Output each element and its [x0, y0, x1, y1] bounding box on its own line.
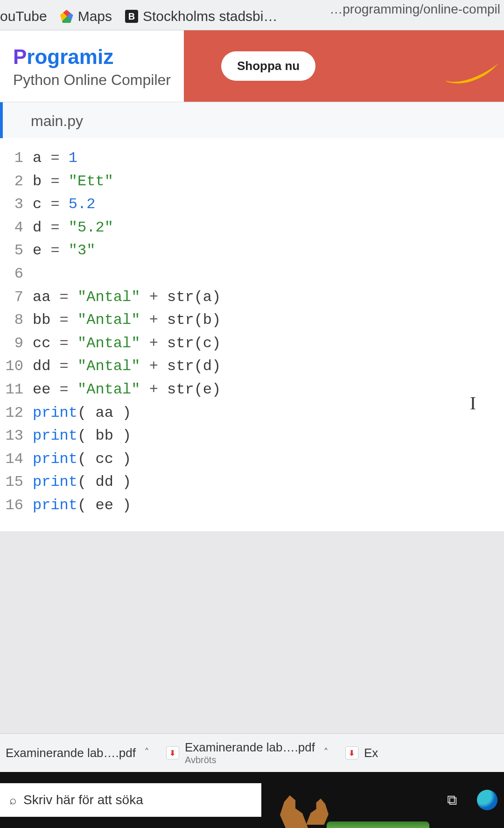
code-content[interactable]: d = "5.2": [33, 216, 113, 239]
download-item-1[interactable]: Examinerande lab….pdf ˄: [6, 746, 152, 760]
code-line[interactable]: 3c = 5.2: [0, 193, 504, 216]
code-editor[interactable]: 1a = 12b = "Ett"3c = 5.24d = "5.2"5e = "…: [0, 138, 504, 531]
grass-icon: [327, 821, 429, 828]
code-line[interactable]: 6: [0, 262, 504, 286]
code-content[interactable]: print( aa ): [33, 401, 131, 425]
code-line[interactable]: 13print( bb ): [0, 424, 504, 448]
taskbar-icons: ⧉: [429, 789, 504, 811]
bookmark-maps[interactable]: Maps: [60, 8, 112, 24]
line-number: 9: [0, 332, 33, 355]
code-content[interactable]: a = 1: [33, 147, 77, 170]
code-content[interactable]: print( cc ): [33, 448, 131, 471]
edge-browser-icon[interactable]: [476, 789, 498, 811]
code-content[interactable]: print( ee ): [33, 494, 131, 517]
code-content[interactable]: b = "Ett": [33, 170, 113, 193]
page-header: Programiz Python Online Compiler Shoppa …: [0, 30, 504, 102]
pdf-icon: ⬇: [345, 746, 358, 759]
line-number: 10: [0, 355, 33, 378]
code-line[interactable]: 10dd = "Antal" + str(d): [0, 355, 504, 378]
brand-p: P: [13, 45, 27, 68]
nike-swoosh-icon: [443, 60, 499, 88]
kangaroo-icon: [306, 799, 329, 825]
chevron-up-icon[interactable]: ˄: [141, 747, 152, 759]
search-icon: ⌕: [9, 793, 17, 807]
code-line[interactable]: 7aa = "Antal" + str(a): [0, 286, 504, 309]
download-item-2[interactable]: ⬇ Examinerande lab….pdf Avbröts ˄: [166, 740, 331, 765]
code-line[interactable]: 2b = "Ett": [0, 170, 504, 193]
file-tab-label: main.py: [31, 112, 83, 129]
file-tab[interactable]: main.py: [0, 102, 504, 138]
code-line[interactable]: 8bb = "Antal" + str(b): [0, 309, 504, 332]
chevron-up-icon[interactable]: ˄: [321, 747, 331, 759]
line-number: 4: [0, 216, 33, 239]
download-item-3[interactable]: ⬇ Ex: [345, 746, 378, 760]
maps-icon: [60, 10, 73, 23]
library-icon: B: [125, 10, 138, 23]
bookmark-maps-label: Maps: [78, 8, 112, 24]
line-number: 14: [0, 448, 33, 471]
download-2-status: Avbröts: [185, 755, 315, 765]
line-number: 3: [0, 193, 33, 216]
ad-banner[interactable]: Shoppa nu: [184, 30, 504, 102]
brand-block: Programiz Python Online Compiler: [0, 30, 184, 102]
bookmark-stockholm-label: Stockholms stadsbi…: [143, 8, 277, 24]
line-number: 1: [0, 147, 33, 170]
code-line[interactable]: 1a = 1: [0, 147, 504, 170]
line-number: 15: [0, 470, 33, 494]
line-number: 6: [0, 262, 33, 286]
code-line[interactable]: 16print( ee ): [0, 494, 504, 517]
brand-logo[interactable]: Programiz: [13, 45, 171, 69]
line-number: 5: [0, 239, 33, 262]
code-content[interactable]: print( bb ): [33, 424, 131, 448]
code-content[interactable]: cc = "Antal" + str(c): [33, 332, 221, 355]
line-number: 8: [0, 309, 33, 332]
line-number: 7: [0, 286, 33, 309]
taskbar-decoration: [261, 772, 429, 828]
bookmark-youtube-label: ouTube: [0, 8, 47, 24]
kangaroo-icon: [280, 795, 308, 828]
code-content[interactable]: aa = "Antal" + str(a): [33, 286, 221, 309]
line-number: 13: [0, 424, 33, 448]
download-3-name: Ex: [364, 746, 378, 760]
code-content[interactable]: c = 5.2: [33, 193, 95, 216]
taskbar-search[interactable]: ⌕ Skriv här för att söka: [0, 783, 261, 817]
code-content[interactable]: ee = "Antal" + str(e): [33, 378, 221, 401]
downloads-shelf: Examinerande lab….pdf ˄ ⬇ Examinerande l…: [0, 733, 504, 772]
page-subtitle: Python Online Compiler: [13, 71, 171, 89]
url-fragment: …programming/online-compil: [326, 0, 504, 19]
line-number: 16: [0, 494, 33, 517]
ad-cta-button[interactable]: Shoppa nu: [221, 51, 315, 81]
code-content[interactable]: dd = "Antal" + str(d): [33, 355, 221, 378]
text-cursor-icon: I: [470, 392, 476, 414]
code-line[interactable]: 14print( cc ): [0, 448, 504, 471]
code-content[interactable]: bb = "Antal" + str(b): [33, 309, 221, 332]
line-number: 11: [0, 378, 33, 401]
pdf-icon: ⬇: [166, 746, 179, 759]
bookmark-stockholm[interactable]: B Stockholms stadsbi…: [125, 8, 277, 24]
bookmark-youtube[interactable]: ouTube: [0, 8, 47, 24]
download-1-name: Examinerande lab….pdf: [6, 746, 136, 760]
code-line[interactable]: 12print( aa ): [0, 401, 504, 425]
line-number: 2: [0, 170, 33, 193]
taskbar-search-placeholder: Skriv här för att söka: [23, 793, 143, 807]
code-line[interactable]: 15print( dd ): [0, 470, 504, 494]
code-line[interactable]: 9cc = "Antal" + str(c): [0, 332, 504, 355]
brand-rest: rogramiz: [27, 45, 113, 68]
code-line[interactable]: 5e = "3": [0, 239, 504, 262]
line-number: 12: [0, 401, 33, 425]
code-content[interactable]: e = "3": [33, 239, 95, 262]
code-line[interactable]: 11ee = "Antal" + str(e): [0, 378, 504, 401]
code-content[interactable]: print( dd ): [33, 470, 131, 494]
windows-taskbar: ⌕ Skriv här för att söka ⧉: [0, 772, 504, 828]
code-line[interactable]: 4d = "5.2": [0, 216, 504, 239]
task-view-icon[interactable]: ⧉: [441, 789, 463, 811]
download-2-name: Examinerande lab….pdf: [185, 740, 315, 754]
